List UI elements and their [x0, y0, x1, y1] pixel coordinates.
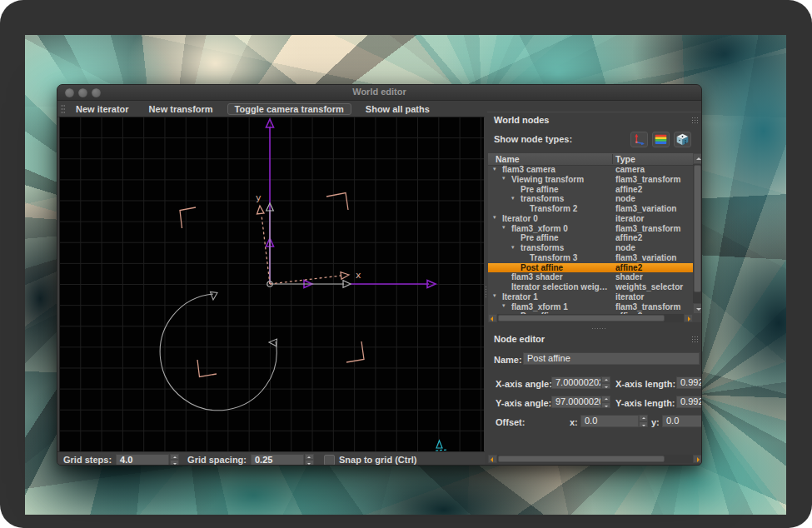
node-name: transforms [488, 243, 564, 252]
node-name: flam3_xform 1 [488, 302, 568, 311]
node-name: flam3_xform 0 [488, 224, 568, 233]
show-all-paths-button[interactable]: Show all paths [358, 103, 437, 115]
panel-splitter-handle-icon[interactable] [591, 327, 606, 330]
offset-y-label: y: [651, 417, 660, 427]
y-axis-length-input[interactable]: 0.99255 [676, 396, 702, 408]
scroll-up-button[interactable] [693, 153, 702, 164]
right-panel: World nodes Show node types: [487, 112, 702, 466]
snap-to-grid-label: Snap to grid (Ctrl) [339, 455, 417, 465]
tree-row[interactable]: ▾Viewing transformflam3_transform [488, 175, 693, 185]
y-axis-angle-input[interactable]: 97.0000020 [551, 396, 601, 408]
post-affine-x-axis-line[interactable] [270, 276, 341, 284]
scroll-right-button[interactable] [693, 455, 702, 463]
tree-row[interactable]: Post affineaffine2 [488, 263, 693, 273]
x-axis-angle-input[interactable]: 7.00000202 [551, 376, 601, 389]
world-nodes-undock-icon[interactable] [691, 117, 699, 123]
title-bar[interactable]: World editor [57, 85, 701, 101]
node-name: Transform 2 [488, 204, 577, 213]
node-type: weights_selector [615, 282, 683, 291]
tree-row[interactable]: ▾flam3_xform 1flam3_transform [488, 302, 693, 312]
table-header[interactable]: Name Type [488, 153, 702, 166]
grid-steps-spinner[interactable] [170, 454, 179, 466]
tree-row[interactable]: ▾flam3_xform 0flam3_transform [488, 224, 693, 234]
node-type: iterator [615, 214, 644, 223]
scroll-left-button[interactable] [488, 455, 497, 463]
grid-steps-input[interactable]: 4.0 [116, 454, 169, 466]
offset-y-input[interactable]: 0.0 [662, 415, 702, 427]
tree-row[interactable]: flam3 shadershader [488, 272, 693, 282]
corner-handle-top-left[interactable] [180, 207, 196, 228]
name-input[interactable]: Post affine [523, 352, 700, 365]
post-affine-x-arrow[interactable] [341, 272, 349, 280]
offset-x-spinner[interactable] [639, 415, 648, 427]
tree-row[interactable]: Pre affineaffine2 [488, 185, 693, 195]
toolbar-grip-icon[interactable] [61, 104, 65, 114]
y-axis-angle-label: Y-axis angle: [496, 398, 551, 408]
dice-icon[interactable] [674, 132, 691, 147]
name-label: Name: [494, 355, 522, 365]
node-type: node [615, 243, 635, 252]
node-editor-scrollbar[interactable] [488, 455, 702, 463]
grid-status-bar: Grid steps: 4.0 Grid spacing: 0.25 Snap … [57, 451, 485, 466]
tree-row[interactable]: ▾transformsnode [488, 194, 693, 204]
grid-spacing-spinner[interactable] [305, 454, 314, 466]
table-body[interactable]: ▾flam3 cameracamera▾Viewing transformfla… [488, 165, 693, 314]
node-type: iterator [615, 292, 644, 301]
rotation-arc[interactable] [160, 294, 276, 411]
tree-vertical-scrollbar[interactable] [693, 153, 702, 314]
tree-row[interactable]: ▾Iterator 0iterator [488, 214, 693, 224]
post-affine-y-arrow[interactable] [257, 206, 265, 214]
grid-spacing-input[interactable]: 0.25 [251, 454, 304, 466]
node-name: Viewing transform [488, 175, 584, 184]
rotation-arc-arrow-left[interactable] [211, 292, 218, 301]
new-iterator-button[interactable]: New iterator [68, 103, 137, 115]
tree-row[interactable]: Transform 3flam3_variation [488, 253, 693, 263]
vertical-scroll-thumb[interactable] [694, 165, 701, 292]
grid-spacing-label: Grid spacing: [187, 455, 247, 465]
palette-icon[interactable] [652, 132, 670, 147]
tree-row[interactable]: ▾transformsnode [488, 243, 693, 253]
corner-handle-bottom-right[interactable] [346, 341, 364, 362]
corner-handle-bottom-left[interactable] [197, 360, 217, 377]
node-editor-undock-icon[interactable] [691, 336, 699, 342]
y-axis-angle-spinner[interactable] [601, 396, 610, 408]
x-axis-length-input[interactable]: 0.99255 [676, 376, 702, 389]
node-type: flam3_transform [615, 175, 680, 184]
tree-row[interactable]: ▾Iterator 1iterator [488, 292, 693, 302]
name-column-header[interactable]: Name [496, 154, 520, 164]
world-editor-window[interactable]: World editor New iterator New transform … [57, 84, 702, 466]
type-column-header[interactable]: Type [615, 154, 635, 164]
horizontal-scroll-thumb[interactable] [498, 456, 665, 462]
transform-axes-icon[interactable] [630, 132, 648, 147]
world-canvas[interactable]: y x [59, 117, 484, 451]
y-axis-length-label: Y-axis length: [615, 398, 675, 408]
node-type: camera [615, 165, 645, 174]
x-axis-angle-spinner[interactable] [601, 376, 610, 389]
x-axis-label: x [356, 270, 361, 281]
node-type: flam3_transform [615, 302, 680, 311]
camera-y-axis-arrow[interactable] [267, 119, 274, 127]
cyan-transform-marker-line[interactable] [436, 450, 447, 451]
post-affine-y-axis-line[interactable] [262, 215, 270, 284]
cyan-transform-marker[interactable] [436, 441, 442, 448]
offset-x-input[interactable]: 0.0 [580, 415, 639, 427]
corner-handle-top-right[interactable] [326, 193, 348, 211]
tree-horizontal-scrollbar[interactable] [488, 314, 693, 322]
new-transform-button[interactable]: New transform [142, 103, 221, 115]
scroll-right-button[interactable] [684, 314, 693, 322]
world-nodes-table[interactable]: Name Type ▾flam3 cameracamera▾Viewing tr… [488, 153, 702, 322]
window-title: World editor [57, 87, 701, 97]
scroll-left-button[interactable] [488, 314, 497, 322]
snap-to-grid-checkbox[interactable] [324, 455, 335, 466]
tree-row[interactable]: Transform 2flam3_variation [488, 204, 693, 214]
pre-affine-x-arrow[interactable] [343, 281, 351, 288]
horizontal-scroll-thumb[interactable] [498, 315, 665, 321]
tree-row[interactable]: Pre affineaffine2 [488, 233, 693, 243]
node-name: Iterator selection weig… [488, 282, 608, 291]
scroll-down-button[interactable] [693, 303, 702, 314]
desktop: World editor New iterator New transform … [0, 0, 812, 528]
tree-row[interactable]: ▾flam3 cameracamera [488, 165, 693, 175]
column-divider[interactable] [612, 154, 613, 164]
tree-row[interactable]: Iterator selection weig…weights_selector [488, 282, 693, 292]
toggle-camera-transform-button[interactable]: Toggle camera transform [227, 103, 351, 115]
